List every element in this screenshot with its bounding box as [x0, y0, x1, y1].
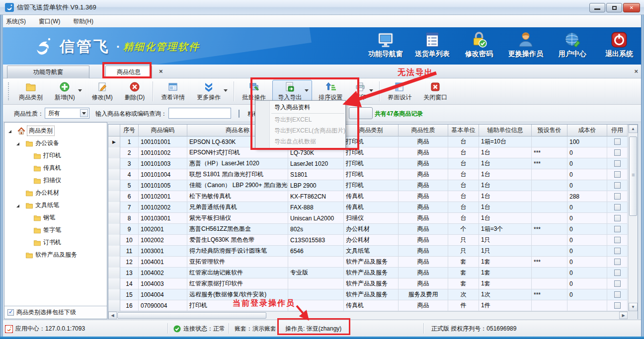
- stop-checkbox[interactable]: [614, 270, 621, 276]
- menu-system[interactable]: 系统(S): [6, 17, 26, 26]
- table-row[interactable]: 111003001得力经典防滑握手设计圆珠笔6546文具纸笔商品只1只0: [108, 246, 638, 257]
- column-header-商品性质[interactable]: 商品性质: [399, 125, 448, 136]
- column-header-商品编码[interactable]: 商品编码: [139, 125, 187, 136]
- column-header-辅助单位信息[interactable]: 辅助单位信息: [479, 125, 532, 136]
- cell[interactable]: 8: [120, 213, 139, 224]
- cell[interactable]: 1004001: [139, 257, 187, 268]
- maximize-button[interactable]: [606, 3, 622, 12]
- cell[interactable]: 软件产品及服务: [344, 257, 399, 268]
- cell[interactable]: FAX-888: [288, 202, 344, 213]
- cell[interactable]: 15: [120, 289, 139, 300]
- cell[interactable]: 个: [448, 224, 479, 235]
- table-row[interactable]: 6100102001松下热敏传真机KX-FT862CN传真机商品台1台288: [108, 191, 638, 202]
- scroll-left-icon[interactable]: ◀: [108, 312, 117, 319]
- cell[interactable]: 佳能（Canon） LBP 2900+ 黑白激光打: [187, 180, 288, 191]
- cell[interactable]: 传真机: [344, 202, 399, 213]
- tree-item-文具纸笔[interactable]: 文具纸笔: [4, 199, 107, 211]
- cell[interactable]: [532, 191, 567, 202]
- cell[interactable]: EPSON针式打印机: [187, 147, 288, 158]
- tabstrip-close-icon[interactable]: ×: [634, 68, 638, 75]
- tab-close-icon[interactable]: ×: [159, 68, 163, 75]
- tree-item-订书机[interactable]: 订书机: [4, 236, 107, 249]
- quick-button-power[interactable]: 退出系统: [600, 31, 638, 59]
- column-header-停用[interactable]: 停用: [607, 125, 628, 136]
- cell[interactable]: 0: [567, 180, 607, 191]
- cell[interactable]: 12: [120, 257, 139, 268]
- cell[interactable]: [532, 268, 567, 278]
- include-sub-checkbox[interactable]: [7, 309, 14, 316]
- cell-stop-flag[interactable]: [607, 268, 628, 278]
- tab-product-info[interactable]: 商品信息: [105, 66, 152, 78]
- cell[interactable]: 9: [120, 224, 139, 235]
- toolbar-more-button[interactable]: 更多操作: [191, 80, 231, 103]
- stop-checkbox[interactable]: [614, 280, 621, 287]
- cell[interactable]: 紫光平板扫描仪: [187, 213, 288, 224]
- cell-stop-flag[interactable]: [607, 158, 628, 169]
- table-row[interactable]: 2100101002EPSON针式打印机LQ-730K打印机商品台1台***0: [108, 147, 638, 158]
- cell-stop-flag[interactable]: [607, 278, 628, 289]
- toolbar-batch-button[interactable]: 批量操作: [237, 80, 271, 103]
- cell[interactable]: 红管家票据打印软件: [187, 278, 288, 289]
- tree-item-扫描仪[interactable]: 扫描仪: [4, 174, 107, 187]
- toolbar-print-button[interactable]: 打印: [349, 80, 377, 103]
- cell[interactable]: LBP 2900: [288, 180, 344, 191]
- cell[interactable]: 100101002: [139, 147, 187, 158]
- cell[interactable]: 1套: [479, 278, 532, 289]
- cell[interactable]: 1002002: [139, 235, 187, 246]
- tree-item-软件产品及服务[interactable]: 软件产品及服务: [4, 249, 107, 261]
- cell[interactable]: 爱普生LQ630K 黑色色带: [187, 235, 288, 246]
- stop-checkbox[interactable]: [614, 237, 621, 243]
- vertical-scroll-thumb[interactable]: [629, 136, 637, 216]
- cell[interactable]: LQ-730K: [288, 147, 344, 158]
- toolbar-import-export-button[interactable]: 导入导出: [272, 80, 312, 103]
- cell[interactable]: 套: [448, 278, 479, 289]
- table-row[interactable]: 8100103001紫光平板扫描仪Uniscan LA2000扫描仪商品台1台0: [108, 213, 638, 224]
- cell[interactable]: 套: [448, 268, 479, 278]
- tree-item-商品类别[interactable]: 商品类别: [4, 125, 107, 137]
- cell[interactable]: 100101005: [139, 180, 187, 191]
- stop-checkbox[interactable]: [614, 182, 621, 189]
- cell[interactable]: 1004003: [139, 278, 187, 289]
- cell[interactable]: [288, 300, 344, 311]
- cell[interactable]: [532, 246, 567, 257]
- cell[interactable]: 商品: [399, 169, 448, 180]
- table-row[interactable]: 131004002红管家出纳记账软件专业版软件产品及服务商品套1套0: [108, 268, 638, 278]
- cell[interactable]: 远程服务(数据修复/软件安装): [187, 289, 288, 300]
- toolbar-folder-button[interactable]: 商品类别: [13, 80, 48, 103]
- cell[interactable]: 亚拓管理软件: [187, 257, 288, 268]
- cell[interactable]: 0: [567, 147, 607, 158]
- cell[interactable]: 软件产品及服务: [344, 289, 399, 300]
- cell[interactable]: 0: [567, 224, 607, 235]
- cell[interactable]: 14: [120, 278, 139, 289]
- cell[interactable]: 0: [567, 257, 607, 268]
- cell-stop-flag[interactable]: [607, 300, 628, 311]
- cell[interactable]: 1002001: [139, 224, 187, 235]
- cell[interactable]: [532, 300, 567, 311]
- stop-checkbox[interactable]: [614, 248, 621, 254]
- table-row[interactable]: 3100101003惠普（HP）LaserJet 1020LaserJet 10…: [108, 158, 638, 169]
- cell[interactable]: 1件: [479, 300, 532, 311]
- cell[interactable]: [532, 136, 567, 147]
- cell[interactable]: 1003001: [139, 246, 187, 257]
- table-row[interactable]: ▶1100101001EPSON LQ-630K打印机商品台1箱=10台100: [108, 136, 638, 147]
- tree-expander-icon[interactable]: [16, 204, 19, 207]
- cell[interactable]: 商品: [399, 268, 448, 278]
- table-row[interactable]: 151004004远程服务(数据修复/软件安装)软件产品及服务服务及费用次1次*…: [108, 289, 638, 300]
- cell[interactable]: 台: [448, 169, 479, 180]
- cell[interactable]: 商品: [399, 246, 448, 257]
- cell[interactable]: 1只: [479, 235, 532, 246]
- table-row[interactable]: 7100102002兄弟普通纸传真机FAX-888传真机商品台1台0: [108, 202, 638, 213]
- toolbar-delete-button[interactable]: 删除(D): [119, 80, 151, 103]
- cell[interactable]: LaserJet 1020: [288, 158, 344, 169]
- cell[interactable]: 红管家出纳记账软件: [187, 268, 288, 278]
- search-input[interactable]: [168, 108, 231, 119]
- table-row[interactable]: 1607090004打印机传真机商品件1件: [108, 300, 638, 311]
- cell[interactable]: 打印机: [344, 136, 399, 147]
- cell[interactable]: 商品: [399, 213, 448, 224]
- stop-checkbox[interactable]: [614, 215, 621, 221]
- cell[interactable]: 打印机: [344, 158, 399, 169]
- cell[interactable]: 1次: [479, 289, 532, 300]
- cell-stop-flag[interactable]: [607, 289, 628, 300]
- cell[interactable]: 1: [120, 136, 139, 147]
- cell[interactable]: 6: [120, 191, 139, 202]
